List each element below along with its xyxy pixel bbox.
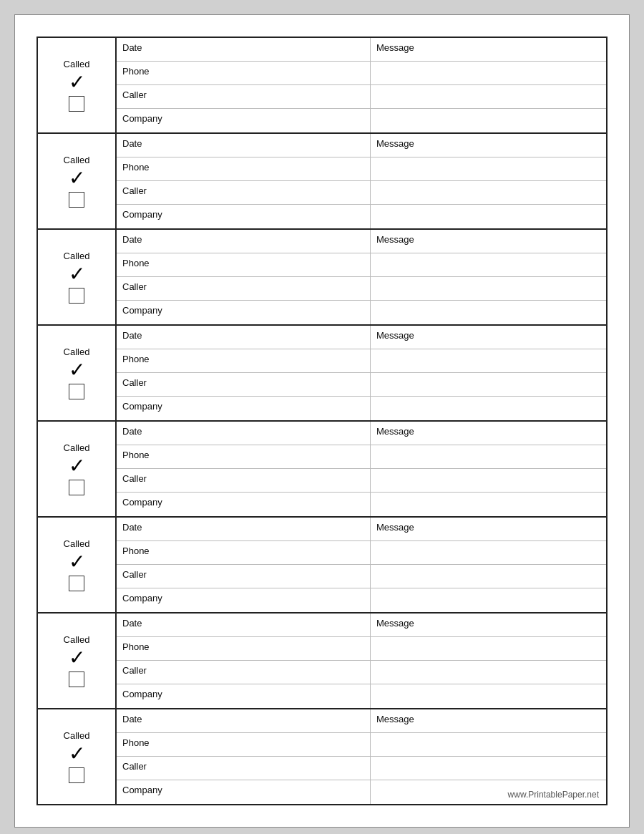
caller-value-3 [371, 277, 606, 300]
message-label-5: Message [371, 422, 606, 445]
phone-value-7 [371, 637, 606, 660]
caller-label-7: Caller [117, 661, 371, 684]
called-label-1: Called [64, 59, 90, 69]
checkbox-6[interactable] [69, 576, 84, 591]
company-value-5 [371, 493, 606, 516]
record-8-left: Called ✓ [38, 709, 117, 804]
message-label-2: Message [371, 134, 606, 157]
called-label-8: Called [64, 730, 90, 741]
phone-field-1: Phone [117, 62, 606, 85]
record-3: Called ✓ Date Message Phone Caller [38, 230, 606, 326]
message-label-3: Message [371, 230, 606, 253]
caller-value-5 [371, 469, 606, 492]
phone-label-4: Phone [117, 349, 371, 372]
caller-field-2: Caller [117, 181, 606, 205]
phone-field-8: Phone [117, 733, 606, 757]
date-label-6: Date [117, 518, 371, 540]
caller-label-2: Caller [117, 181, 371, 204]
phone-field-3: Phone [117, 253, 606, 277]
record-7-right: Date Message Phone Caller Company [117, 614, 606, 708]
caller-field-8: Caller [117, 757, 606, 780]
company-value-6 [371, 588, 606, 612]
company-label-4: Company [117, 397, 371, 420]
caller-value-4 [371, 373, 606, 396]
checkbox-2[interactable] [69, 192, 84, 208]
caller-label-6: Caller [117, 565, 371, 588]
company-value-7 [371, 684, 606, 708]
page: Called ✓ Date Message Phone Caller [14, 14, 630, 828]
message-label-6: Message [371, 518, 606, 540]
phone-value-3 [371, 253, 606, 276]
company-field-3: Company [117, 301, 606, 324]
checkbox-4[interactable] [69, 384, 84, 399]
caller-value-7 [371, 661, 606, 684]
date-field-6: Date Message [117, 518, 606, 541]
record-2: Called ✓ Date Message Phone Caller [38, 134, 606, 230]
company-value-1 [371, 109, 606, 132]
caller-label-1: Caller [117, 85, 371, 108]
company-value-3 [371, 301, 606, 324]
record-6: Called ✓ Date Message Phone Caller [38, 518, 606, 614]
caller-field-4: Caller [117, 373, 606, 397]
checkmark-6: ✓ [69, 552, 85, 572]
checkmark-5: ✓ [69, 456, 85, 476]
company-label-7: Company [117, 684, 371, 708]
checkmark-4: ✓ [69, 360, 85, 380]
message-label-8: Message [371, 709, 606, 732]
date-field-4: Date Message [117, 326, 606, 349]
phone-value-4 [371, 349, 606, 372]
message-label-4: Message [371, 326, 606, 349]
company-value-8: www.PrintablePaper.net [371, 780, 606, 804]
checkbox-7[interactable] [69, 671, 84, 687]
phone-field-2: Phone [117, 157, 606, 181]
checkbox-3[interactable] [69, 288, 84, 304]
company-field-1: Company [117, 109, 606, 132]
called-label-5: Called [64, 442, 90, 453]
phone-field-5: Phone [117, 445, 606, 469]
checkmark-7: ✓ [69, 648, 85, 668]
date-field-2: Date Message [117, 134, 606, 157]
date-field-5: Date Message [117, 422, 606, 445]
checkmark-2: ✓ [69, 168, 85, 188]
called-label-7: Called [64, 634, 90, 645]
record-1-left: Called ✓ [38, 38, 117, 132]
record-1: Called ✓ Date Message Phone Caller [38, 38, 606, 134]
company-label-5: Company [117, 493, 371, 516]
phone-label-2: Phone [117, 157, 371, 180]
records-container: Called ✓ Date Message Phone Caller [36, 37, 608, 805]
phone-value-1 [371, 62, 606, 84]
phone-value-6 [371, 541, 606, 564]
record-5-right: Date Message Phone Caller Company [117, 422, 606, 516]
company-label-6: Company [117, 588, 371, 612]
company-field-8: Company www.PrintablePaper.net [117, 780, 606, 804]
checkbox-5[interactable] [69, 480, 84, 495]
called-label-6: Called [64, 538, 90, 549]
caller-label-8: Caller [117, 757, 371, 780]
record-3-left: Called ✓ [38, 230, 117, 324]
message-label-7: Message [371, 614, 606, 636]
checkbox-1[interactable] [69, 96, 84, 112]
caller-field-6: Caller [117, 565, 606, 588]
record-6-left: Called ✓ [38, 518, 117, 612]
date-label-2: Date [117, 134, 371, 157]
record-4: Called ✓ Date Message Phone Caller [38, 326, 606, 422]
date-field-7: Date Message [117, 614, 606, 637]
record-4-right: Date Message Phone Caller Company [117, 326, 606, 420]
called-label-2: Called [64, 155, 90, 165]
company-label-3: Company [117, 301, 371, 324]
record-7: Called ✓ Date Message Phone Caller [38, 614, 606, 709]
checkbox-8[interactable] [69, 767, 84, 783]
company-field-2: Company [117, 205, 606, 228]
record-2-left: Called ✓ [38, 134, 117, 228]
caller-label-3: Caller [117, 277, 371, 300]
caller-field-3: Caller [117, 277, 606, 301]
company-field-5: Company [117, 493, 606, 516]
company-field-4: Company [117, 397, 606, 420]
called-label-4: Called [64, 346, 90, 357]
phone-label-6: Phone [117, 541, 371, 564]
message-label-1: Message [371, 38, 606, 61]
phone-field-4: Phone [117, 349, 606, 373]
date-field-1: Date Message [117, 38, 606, 62]
date-field-3: Date Message [117, 230, 606, 253]
checkmark-1: ✓ [69, 72, 85, 92]
